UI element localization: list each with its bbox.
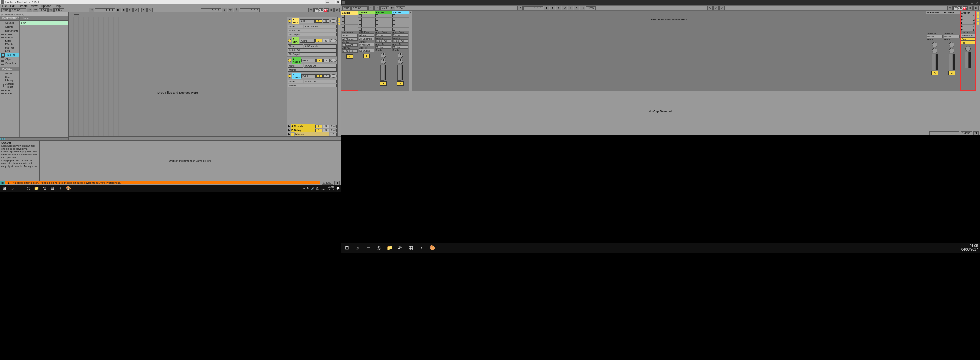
session-master[interactable]: Master 1 2 3 4 5 Cue Out Master Out Post… — [960, 11, 976, 91]
place-packs[interactable]: Packs — [0, 71, 19, 75]
selector-sends[interactable] — [977, 15, 979, 18]
overdub-button[interactable]: ⊕ — [562, 6, 567, 10]
taskbar-search[interactable]: ⌕ — [9, 186, 15, 191]
monitor[interactable]: In Auto Off — [342, 43, 358, 46]
taskbar-live[interactable]: ▦ — [49, 186, 55, 191]
draw-mode[interactable]: ✎ — [947, 6, 953, 10]
clip-slot[interactable] — [341, 18, 358, 21]
follow-button[interactable]: ⇥ — [89, 8, 94, 12]
volume-slider[interactable] — [398, 65, 401, 81]
post-toggle[interactable]: Post — [330, 125, 337, 128]
cat-instruments[interactable]: Instruments — [0, 29, 19, 33]
midi-channel[interactable]: All Channels — [358, 37, 374, 40]
clip-slot[interactable] — [375, 24, 392, 28]
play-button[interactable] — [116, 8, 121, 12]
audio-to[interactable]: Master — [927, 35, 943, 38]
device-select[interactable]: None — [288, 44, 303, 48]
arrangement-position[interactable]: 1. 1. 1 — [95, 8, 115, 12]
capture-button[interactable]: ◌ — [580, 6, 585, 10]
play-button[interactable] — [544, 6, 549, 10]
pan-knob[interactable] — [932, 48, 937, 53]
monitor[interactable]: In Auto Off — [288, 48, 337, 52]
tempo-nudge-down[interactable]: ‹‹‹ — [27, 8, 32, 12]
device-select[interactable]: None — [288, 25, 303, 28]
send-knob[interactable] — [932, 42, 937, 47]
cat-audio-effects[interactable]: Audio Effects — [0, 33, 19, 39]
place-user-library[interactable]: User Library — [0, 75, 19, 82]
arm-button[interactable]: 2 — [363, 54, 370, 58]
quantize-menu[interactable]: 1 Bar — [54, 8, 64, 12]
master-header[interactable]: MasterC — [287, 132, 337, 136]
menu-help[interactable]: Help — [54, 4, 60, 8]
session-record[interactable]: ○ — [568, 6, 573, 10]
audio-from[interactable]: Ext. In — [301, 74, 315, 78]
clip-slot[interactable] — [392, 18, 409, 21]
midi-from[interactable]: All Ins — [342, 34, 358, 37]
solo-button[interactable]: S — [323, 129, 329, 132]
track-title[interactable]: 2 MIDI — [358, 11, 375, 14]
scene-slot[interactable]: 3 — [961, 21, 975, 25]
automation-reenable[interactable]: ↯ — [142, 8, 147, 12]
time-ruler[interactable]: 1/1 — [68, 136, 341, 140]
audio-engine-warning[interactable]: ▲ The audio engine is off. Please click … — [5, 181, 320, 184]
clip-slot[interactable] — [375, 18, 392, 21]
browser-item-64[interactable]: ▹64 — [20, 21, 68, 25]
taskbar-store[interactable]: 🛍 — [41, 186, 47, 191]
menu-create[interactable]: Create — [19, 4, 28, 8]
tempo-field[interactable]: 120.00 — [10, 8, 26, 12]
midi-channel[interactable]: All Channels — [342, 37, 358, 41]
tempo-nudge-down[interactable]: ‹‹‹ — [369, 6, 374, 10]
midi-to[interactable]: No Output — [358, 49, 374, 52]
clip-slot[interactable] — [392, 24, 409, 28]
tempo-field[interactable]: 120.00 — [351, 6, 368, 10]
session-drop-area[interactable]: Drop Files and Devices Here — [412, 11, 926, 91]
tray-chat-icon[interactable]: 💬 — [336, 187, 339, 190]
taskbar-store[interactable]: 🛍 — [396, 244, 404, 251]
close-button[interactable]: ✕ — [336, 0, 340, 4]
metronome-button[interactable]: ●○ — [390, 6, 395, 10]
clip-slot[interactable] — [358, 14, 375, 18]
time-signature[interactable]: 4 / 4 — [39, 8, 48, 12]
cat-midi-effects[interactable]: MIDI Effects — [0, 39, 19, 46]
send-a-knob[interactable] — [381, 53, 386, 58]
follow-button[interactable]: ⇥ — [517, 6, 523, 10]
midi-from[interactable]: All Ins — [358, 34, 374, 37]
midi-to[interactable]: No Output — [288, 52, 337, 56]
clip-slot[interactable] — [341, 14, 358, 18]
pan-knob[interactable] — [398, 59, 403, 64]
overdub-button[interactable]: ⊕ — [134, 8, 139, 12]
master-title[interactable]: Master — [961, 11, 975, 14]
arrangement-lanes[interactable]: Drop Files and Devices Here — [68, 18, 287, 136]
clip-slot[interactable] — [341, 25, 358, 28]
stop-button[interactable]: ■ — [550, 6, 555, 10]
stop-all-icon[interactable] — [291, 133, 294, 136]
status-right-icon[interactable]: ◨ — [973, 131, 978, 135]
track-title[interactable]: 3 Audio — [375, 11, 392, 14]
track-number[interactable]: 2 — [315, 39, 322, 42]
solo-button[interactable]: S — [323, 59, 329, 62]
audio-to[interactable]: Master — [288, 68, 337, 72]
arm-button[interactable]: 4 — [397, 82, 404, 86]
midi-map-toggle[interactable]: MIDI — [319, 8, 323, 12]
midi-map-toggle[interactable]: MIDI — [958, 6, 962, 10]
volume-slider[interactable] — [932, 54, 935, 70]
midi-channel[interactable]: All Channels — [304, 25, 337, 28]
track-header-1-midi[interactable]: 1 MIDIAll Ins1S NoneAll Channels In Auto… — [287, 18, 337, 37]
punch-out[interactable]: ⤴ — [234, 8, 239, 12]
arm-button[interactable] — [330, 39, 337, 42]
loop-start[interactable]: 3. 1. 1 — [201, 8, 221, 12]
selector-dot[interactable] — [338, 23, 340, 25]
audio-from[interactable]: Ext. In — [375, 34, 391, 37]
minimize-button[interactable]: — — [964, 1, 969, 4]
session-return-a[interactable]: A Reverb Audio To Master Sends A — [926, 11, 943, 91]
solo-button[interactable]: S — [323, 125, 329, 128]
audio-to[interactable]: Master — [375, 45, 391, 49]
metronome-button[interactable]: ●○ — [48, 8, 54, 12]
device-drop-area[interactable]: Drop an Instrument or Sample Here — [39, 140, 341, 181]
pre-toggle[interactable]: Pre — [961, 41, 975, 44]
clip-slot[interactable] — [375, 14, 392, 18]
midi-from[interactable]: All Ins — [300, 19, 315, 23]
cue-out[interactable]: Master Out — [961, 34, 975, 37]
arrangement-timeline[interactable] — [68, 12, 341, 18]
tray-more-icon[interactable]: ^ — [303, 187, 305, 190]
